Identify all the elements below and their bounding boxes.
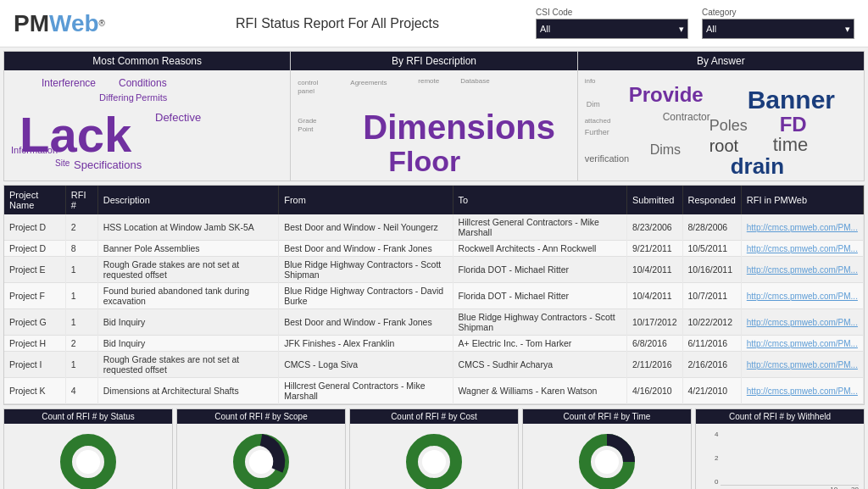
- chart-time-title: Count of RFI # by Time: [523, 409, 691, 424]
- word-database: Database: [460, 77, 489, 85]
- table-cell: Banner Pole Assemblies: [97, 241, 278, 257]
- wc-content-answer: info Provide Dim Banner Poles FD time ro…: [578, 70, 864, 181]
- table-cell[interactable]: http://cmcs.pmweb.com/PM...: [741, 352, 863, 378]
- wc-panel-description: By RFI Description control panel Agreeme…: [291, 52, 577, 181]
- word-contractor: Contractor: [663, 111, 710, 123]
- page-title: RFI Status Report For All Projects: [139, 16, 536, 31]
- table-cell: 10/22/2012: [682, 309, 741, 336]
- chart-scope-donut: [231, 431, 292, 489]
- table-row: Project D2HSS Location at Window Jamb SK…: [4, 214, 864, 241]
- table-cell: Project D: [4, 214, 65, 241]
- table-cell: Rough Grade stakes are not set at reques…: [97, 352, 278, 378]
- table-cell[interactable]: http://cmcs.pmweb.com/PM...: [741, 378, 863, 404]
- table-cell: 1: [65, 309, 97, 336]
- col-to: To: [453, 186, 626, 214]
- chart-withheld-title: Count of RFI # by Withheld: [696, 409, 864, 424]
- table-cell[interactable]: http://cmcs.pmweb.com/PM...: [741, 336, 863, 352]
- table-row: Project D8Banner Pole AssembliesBest Doo…: [4, 241, 864, 257]
- word-provide: Provide: [629, 83, 704, 107]
- word-panel: panel: [298, 87, 314, 95]
- col-from: From: [279, 186, 453, 214]
- table-cell: 8/28/2006: [682, 214, 741, 241]
- table-cell: Blue Ridge Highway Contractors - David B…: [279, 283, 453, 309]
- word-poles: Poles: [709, 117, 748, 135]
- table-cell: 1: [65, 352, 97, 378]
- logo-pm: PM: [14, 10, 49, 37]
- logo-web: Web: [49, 10, 99, 37]
- chart-withheld-content: 4 2 0 10 20: [696, 424, 864, 489]
- table-cell: 6/8/2016: [626, 336, 682, 352]
- chart-cost-donut: [403, 431, 465, 489]
- table-cell: Best Door and Window - Frank Jones: [279, 309, 453, 336]
- table-row: Project E1Rough Grade stakes are not set…: [4, 257, 864, 283]
- table-cell: 4/21/2010: [682, 378, 741, 404]
- table-cell: 4/16/2010: [626, 378, 682, 404]
- table-cell[interactable]: http://cmcs.pmweb.com/PM...: [741, 241, 863, 257]
- table-cell: Blue Ridge Highway Contractors - Scott S…: [453, 309, 626, 336]
- word-dim: Dim: [587, 100, 600, 108]
- table-cell: Wagner & Williams - Karen Watson: [453, 378, 626, 404]
- word-dims: Dims: [650, 142, 681, 158]
- table-cell[interactable]: http://cmcs.pmweb.com/PM...: [741, 309, 863, 336]
- word-defective: Defective: [155, 111, 201, 124]
- table-cell: Bid Inquiry: [97, 336, 278, 352]
- csi-code-label: CSI Code: [536, 8, 688, 17]
- table-cell[interactable]: http://cmcs.pmweb.com/PM...: [741, 214, 863, 241]
- chart-cost-content: (Blank): [350, 424, 518, 489]
- category-select[interactable]: All ▾: [702, 19, 854, 39]
- logo: PMWeb®: [14, 10, 105, 37]
- table-cell: 10/5/2011: [682, 241, 741, 257]
- table-cell[interactable]: http://cmcs.pmweb.com/PM...: [741, 283, 863, 309]
- table-cell: 10/4/2011: [626, 283, 682, 309]
- y-axis: 4 2 0: [715, 431, 718, 486]
- table-cell: 10/16/2011: [682, 257, 741, 283]
- table-header: Project Name RFI # Description From To S…: [4, 186, 864, 214]
- chart-status-donut: [58, 431, 119, 489]
- wc-title-answer: By Answer: [578, 52, 864, 70]
- table-cell: CMCS - Loga Siva: [279, 352, 453, 378]
- table-cell: 10/17/2012: [626, 309, 682, 336]
- chart-scope: Count of RFI # by Scope (Blank): [176, 408, 346, 489]
- chart-status-title: Count of RFI # by Status: [4, 409, 172, 424]
- word-fd: FD: [780, 113, 807, 136]
- table-cell: HSS Location at Window Jamb SK-5A: [97, 214, 278, 241]
- table-cell: Best Door and Window - Neil Youngerz: [279, 214, 453, 241]
- word-remote: remote: [418, 77, 439, 85]
- col-rfi-num: RFI #: [65, 186, 97, 214]
- svg-point-7: [595, 450, 619, 474]
- word-permits: Permits: [136, 92, 167, 103]
- table-cell: 6/11/2016: [682, 336, 741, 352]
- charts-section: Count of RFI # by Status Closed Count of…: [3, 408, 865, 489]
- chart-scope-title: Count of RFI # by Scope: [177, 409, 345, 424]
- category-filter: Category All ▾: [702, 8, 854, 39]
- table-row: Project K4Dimensions at Architectural Sh…: [4, 378, 864, 404]
- col-description: Description: [97, 186, 278, 214]
- wc-content-reasons: Interference Conditions Differing Permit…: [4, 70, 290, 181]
- rfi-table: Project Name RFI # Description From To S…: [4, 186, 864, 404]
- table-cell: JFK Finishes - Alex Franklin: [279, 336, 453, 352]
- chart-scope-content: (Blank): [177, 424, 345, 489]
- table-cell: 1: [65, 257, 97, 283]
- word-info: info: [585, 77, 596, 85]
- word-attached: attached: [585, 117, 611, 125]
- table-body: Project D2HSS Location at Window Jamb SK…: [4, 214, 864, 404]
- svg-point-3: [249, 450, 273, 474]
- word-further: Further: [585, 128, 609, 136]
- table-cell: Project D: [4, 241, 65, 257]
- data-table-section: Project Name RFI # Description From To S…: [3, 185, 865, 405]
- word-information: Information: [11, 145, 58, 155]
- word-floor: Floor: [388, 145, 460, 178]
- table-cell: 10/4/2011: [626, 257, 682, 283]
- chart-time-content: (Blank): [523, 424, 691, 489]
- category-label: Category: [702, 8, 854, 17]
- table-cell: Project E: [4, 257, 65, 283]
- chart-time: Count of RFI # by Time (Blank): [522, 408, 692, 489]
- wc-panel-reasons: Most Common Reasons Interference Conditi…: [4, 52, 291, 181]
- word-conditions: Conditions: [119, 77, 167, 89]
- csi-code-select[interactable]: All ▾: [536, 19, 688, 39]
- table-cell: Project G: [4, 309, 65, 336]
- col-submitted: Submitted: [626, 186, 682, 214]
- app-header: PMWeb® RFI Status Report For All Project…: [0, 0, 868, 47]
- table-cell[interactable]: http://cmcs.pmweb.com/PM...: [741, 257, 863, 283]
- word-dimensions: Dimensions: [363, 108, 555, 147]
